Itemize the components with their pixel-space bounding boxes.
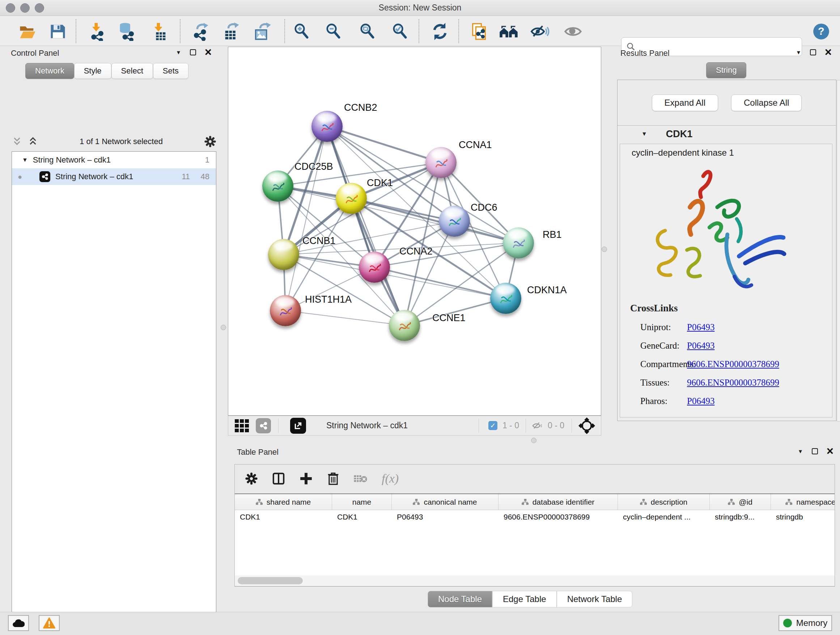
tab-style[interactable]: Style [74, 63, 111, 79]
left-splitter-handle[interactable] [221, 325, 226, 330]
clone-network-icon[interactable] [469, 21, 489, 42]
network-node-CDK1[interactable] [336, 183, 367, 214]
import-network-file-icon[interactable] [87, 21, 107, 42]
collapse-all-icon[interactable] [11, 136, 22, 147]
horizontal-splitter-handle[interactable] [531, 438, 537, 443]
crosslink-link[interactable]: 9606.ENSP00000378699 [687, 378, 779, 388]
crosslink-link[interactable]: P06493 [687, 340, 714, 351]
table-cell[interactable]: CDK1 [332, 510, 392, 524]
panel-close-icon[interactable]: × [825, 49, 832, 56]
column-header-@id[interactable]: @id [710, 494, 771, 510]
export-image-icon[interactable] [253, 21, 273, 42]
column-header-namespace[interactable]: namespace [771, 494, 835, 510]
panel-float-icon[interactable] [190, 49, 196, 55]
save-session-icon[interactable] [48, 21, 68, 42]
memory-button[interactable]: Memory [778, 615, 832, 631]
grid-view-icon[interactable] [235, 418, 251, 433]
column-header-description[interactable]: description [618, 494, 710, 510]
refresh-icon[interactable] [430, 21, 450, 42]
network-node-CDKN1A[interactable] [490, 283, 521, 314]
panel-float-icon[interactable] [812, 448, 818, 454]
network-row[interactable]: ● String Network – cdk1 11 48 [12, 168, 216, 185]
string-results-box: Expand All Collapse All ▼ CDK1 cyclin–de… [617, 80, 836, 421]
table-cell[interactable]: stringdb:9... [710, 510, 771, 524]
import-network-database-icon[interactable] [117, 21, 137, 42]
zoom-fit-icon[interactable] [357, 21, 378, 42]
open-session-icon[interactable] [17, 21, 38, 42]
column-header-database-identifier[interactable]: database identifier [499, 494, 618, 510]
panel-menu-icon[interactable]: ▼ [798, 448, 803, 454]
tab-string[interactable]: String [706, 62, 746, 78]
group-nodes-icon[interactable] [499, 21, 519, 42]
network-node-CCNB1[interactable] [268, 239, 299, 270]
tab-network-table[interactable]: Network Table [557, 591, 633, 608]
network-view-type-icon[interactable] [256, 418, 271, 433]
help-icon[interactable]: ? [811, 21, 831, 42]
selected-nodes-checkbox[interactable]: ✓ [488, 421, 497, 430]
network-node-CDC25B[interactable] [262, 171, 294, 202]
network-node-CCNA1[interactable] [425, 147, 456, 178]
zoom-in-icon[interactable] [292, 21, 312, 42]
expand-all-button[interactable]: Expand All [652, 95, 718, 111]
column-header-canonical-name[interactable]: canonical name [392, 494, 499, 510]
table-cell[interactable]: cyclin–dependent ... [618, 510, 710, 524]
delete-column-icon[interactable] [327, 472, 340, 486]
pan-crosshair-icon[interactable] [578, 417, 595, 434]
table-gear-icon[interactable] [245, 472, 258, 485]
hide-selected-icon[interactable] [530, 21, 550, 42]
import-table-icon[interactable] [149, 21, 169, 42]
collapse-all-button[interactable]: Collapse All [731, 95, 802, 111]
zoom-out-icon[interactable] [324, 21, 344, 42]
network-label: String Network – cdk1 [55, 172, 133, 181]
show-columns-icon[interactable] [272, 472, 286, 486]
show-hidden-icon[interactable] [563, 21, 583, 42]
table-cell[interactable]: CDK1 [235, 510, 332, 524]
node-table-grid: shared namenamecanonical namedatabase id… [235, 494, 835, 575]
table-hscrollbar-thumb[interactable] [238, 577, 303, 584]
expand-all-icon[interactable] [27, 136, 38, 147]
section-expander-icon[interactable]: ▼ [617, 131, 666, 137]
panel-float-icon[interactable] [810, 49, 816, 55]
warnings-button[interactable] [39, 615, 60, 631]
table-cell[interactable]: P06493 [392, 510, 499, 524]
network-node-CDC6[interactable] [439, 206, 470, 237]
gene-section-header[interactable]: ▼ CDK1 [617, 126, 836, 142]
column-header-name[interactable]: name [332, 494, 392, 510]
crosslink-link[interactable]: P06493 [687, 396, 714, 406]
table-row[interactable]: CDK1CDK1P064939606.ENSP00000378699cyclin… [235, 510, 835, 524]
panel-close-icon[interactable]: × [827, 448, 834, 455]
network-collection-row[interactable]: ▼ String Network – cdk1 1 [12, 152, 216, 168]
tab-edge-table[interactable]: Edge Table [493, 591, 557, 608]
network-edge-count: 48 [190, 172, 216, 181]
export-network-icon[interactable] [191, 21, 211, 42]
tree-expander-icon[interactable]: ▼ [12, 157, 33, 163]
results-scrollbar[interactable] [837, 80, 840, 421]
network-node-CCNE1[interactable] [389, 310, 420, 341]
column-header-shared-name[interactable]: shared name [235, 494, 332, 510]
network-view-canvas[interactable]: CCNB2 CCNA1 CDC25B CDK1 CDC6 RB1CCNB1 CC… [228, 47, 601, 416]
birdseye-view-icon[interactable] [290, 418, 306, 434]
zoom-selected-icon[interactable] [390, 21, 410, 42]
tab-node-table[interactable]: Node Table [428, 591, 493, 608]
right-splitter-handle[interactable] [602, 247, 607, 252]
network-node-CCNB2[interactable] [311, 111, 343, 142]
export-table-icon[interactable] [221, 21, 242, 42]
tab-sets[interactable]: Sets [153, 63, 188, 79]
tab-network[interactable]: Network [25, 63, 74, 79]
network-node-RB1[interactable] [503, 227, 534, 258]
crosslink-link[interactable]: 9606.ENSP00000378699 [687, 359, 779, 369]
network-node-HIST1H1A[interactable] [270, 295, 301, 326]
function-builder-icon: f(x) [382, 472, 399, 486]
table-cell[interactable]: 9606.ENSP00000378699 [499, 510, 618, 524]
table-hscrollbar[interactable] [235, 575, 835, 586]
network-node-CCNA2[interactable] [359, 252, 390, 283]
gear-icon[interactable] [204, 135, 216, 148]
crosslink-link[interactable]: P06493 [687, 322, 714, 333]
table-cell[interactable]: stringdb [771, 510, 835, 524]
panel-menu-icon[interactable]: ▼ [176, 49, 181, 55]
tab-select[interactable]: Select [111, 63, 153, 79]
panel-close-icon[interactable]: × [205, 49, 212, 56]
panel-menu-icon[interactable]: ▼ [796, 49, 801, 55]
add-column-icon[interactable] [299, 472, 313, 486]
cloud-status-button[interactable] [8, 615, 29, 631]
